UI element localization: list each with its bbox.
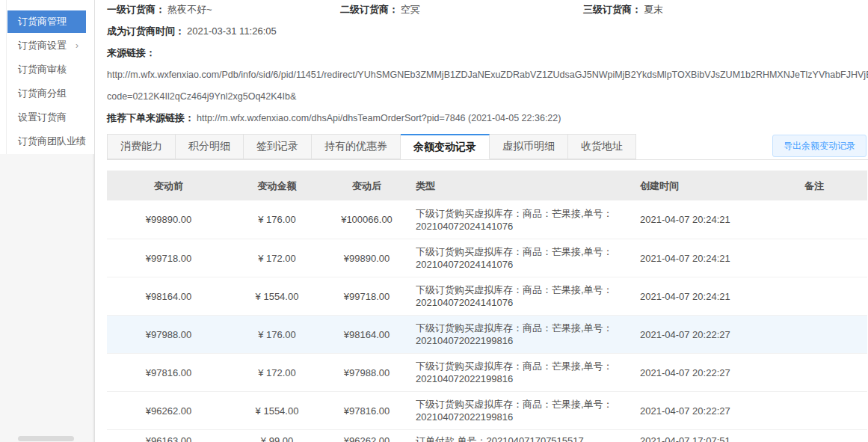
sidebar-item-0[interactable]: 订货商管理 xyxy=(7,10,86,33)
tab-bar: 消费能力积分明细签到记录持有的优惠券余额变动记录虚拟币明细收货地址 导出余额变动… xyxy=(107,135,868,160)
source-link-label: 来源链接： xyxy=(107,47,156,58)
level2-distributor: 二级订货商：空冥 xyxy=(340,4,583,15)
table-cell xyxy=(798,408,867,414)
recommend-order-link-row: 推荐下单来源链接：http://m.wfx.wxfenxiao.com/dhsA… xyxy=(107,113,868,123)
level3-distributor-value: 夏末 xyxy=(644,4,663,15)
table-cell: 下级订货购买虚拟库存：商品：芒果接,单号：202104072024141076 xyxy=(410,242,634,274)
app-window: 订货商管理订货商设置›订货商审核订货商分组设置订货商订货商团队业绩 一级订货商：… xyxy=(0,0,868,442)
recommend-link-value: http://m.wfx.wxfenxiao.com/dhsApi/dhsTea… xyxy=(197,113,561,123)
sidebar-item-1[interactable]: 订货商设置› xyxy=(7,34,86,57)
level3-distributor: 三级订货商：夏末 xyxy=(583,4,663,15)
sidebar-item-label: 订货商分组 xyxy=(18,88,67,99)
table-cell: 下级订货购买虚拟库存：商品：芒果接,单号：202104072024141076 xyxy=(410,280,634,312)
table-header-row: 变动前变动金额变动后类型创建时间备注 xyxy=(107,171,867,200)
table-cell: ¥ 1554.00 xyxy=(230,287,324,306)
sidebar-item-4[interactable]: 设置订货商 xyxy=(7,106,86,129)
sidebar-item-label: 设置订货商 xyxy=(18,111,67,123)
level3-distributor-label: 三级订货商： xyxy=(583,4,641,15)
table-cell: ¥97816.00 xyxy=(107,363,230,382)
column-header: 变动金额 xyxy=(230,177,324,195)
sidebar-item-label: 订货商审核 xyxy=(18,64,67,75)
table-cell xyxy=(798,369,867,375)
table-cell: 订单付款,单号：202104071707515517 xyxy=(410,430,634,442)
table-row-0: ¥99890.00¥ 176.00¥100066.00下级订货购买虚拟库存：商品… xyxy=(107,200,867,239)
table-cell: ¥99890.00 xyxy=(324,249,410,268)
table-row-2: ¥98164.00¥ 1554.00¥99718.00下级订货购买虚拟库存：商品… xyxy=(107,277,867,315)
table-cell: ¥100066.00 xyxy=(324,210,410,229)
level1-distributor-value: 熬夜不好~ xyxy=(167,4,212,15)
level2-distributor-value: 空冥 xyxy=(401,4,420,15)
table-cell: ¥ 176.00 xyxy=(230,325,324,344)
table-cell xyxy=(798,217,867,223)
tab-1[interactable]: 积分明细 xyxy=(176,134,244,159)
become-distributor-time-row: 成为订货商时间：2021-03-31 11:26:05 xyxy=(107,26,868,37)
export-balance-records-button[interactable]: 导出余额变动记录 xyxy=(772,135,867,157)
source-link-row: 来源链接： xyxy=(107,48,868,58)
become-time-label: 成为订货商时间： xyxy=(107,25,185,37)
tab-5[interactable]: 虚拟币明细 xyxy=(490,134,568,159)
balance-change-table: 变动前变动金额变动后类型创建时间备注 ¥99890.00¥ 176.00¥100… xyxy=(107,171,867,442)
sidebar-item-5[interactable]: 订货商团队业绩 xyxy=(7,130,86,153)
table-cell xyxy=(798,430,867,438)
table-body: ¥99890.00¥ 176.00¥100066.00下级订货购买虚拟库存：商品… xyxy=(107,200,867,442)
sidebar-lower-panel xyxy=(0,154,94,442)
table-cell: 2021-04-07 20:22:27 xyxy=(634,325,798,344)
main-content: 一级订货商：熬夜不好~ 二级订货商：空冥 三级订货商：夏末 成为订货商时间：20… xyxy=(95,0,868,442)
table-cell: ¥ 1554.00 xyxy=(230,402,324,420)
table-cell: 下级订货购买虚拟库存：商品：芒果接,单号：202104072022199816 xyxy=(410,319,634,350)
tab-label: 签到记录 xyxy=(256,140,298,153)
tab-label: 虚拟币明细 xyxy=(502,140,555,153)
table-cell: 下级订货购买虚拟库存：商品：芒果接,单号：202104072022199816 xyxy=(410,395,634,426)
tab-label: 积分明细 xyxy=(188,140,230,153)
table-cell: 2021-04-07 20:24:21 xyxy=(634,287,798,306)
horizontal-scrollbar-thumb[interactable] xyxy=(18,436,74,441)
table-cell: ¥98164.00 xyxy=(107,287,230,306)
table-cell: ¥97988.00 xyxy=(107,325,230,344)
table-row-5: ¥96262.00¥ 1554.00¥97816.00下级订货购买虚拟库存：商品… xyxy=(107,391,867,429)
table-cell: ¥96262.00 xyxy=(107,402,230,420)
table-cell: ¥97988.00 xyxy=(324,363,410,382)
tab-2[interactable]: 签到记录 xyxy=(244,134,312,159)
tab-label: 持有的优惠券 xyxy=(324,140,387,153)
become-time-value: 2021-03-31 11:26:05 xyxy=(187,25,277,37)
sidebar-item-label: 订货商设置 xyxy=(18,40,67,51)
table-cell: 2021-04-07 17:07:51 xyxy=(634,430,798,442)
table-cell xyxy=(798,293,867,299)
table-cell: ¥ 172.00 xyxy=(230,249,324,268)
tab-label: 余额变动记录 xyxy=(413,141,476,154)
level1-distributor-label: 一级订货商： xyxy=(107,4,165,15)
table-cell: ¥97816.00 xyxy=(324,402,410,420)
table-cell: ¥96163.00 xyxy=(107,430,230,442)
tabs: 消费能力积分明细签到记录持有的优惠券余额变动记录虚拟币明细收货地址 xyxy=(107,134,636,159)
table-cell: ¥99718.00 xyxy=(324,287,410,306)
tab-0[interactable]: 消费能力 xyxy=(107,134,176,159)
table-cell: 2021-04-07 20:24:21 xyxy=(634,210,798,229)
sidebar-item-3[interactable]: 订货商分组 xyxy=(7,82,86,105)
table-cell xyxy=(798,255,867,261)
tab-3[interactable]: 持有的优惠券 xyxy=(312,134,401,159)
column-header: 创建时间 xyxy=(634,177,798,195)
column-header: 变动前 xyxy=(107,177,230,195)
column-header: 类型 xyxy=(410,177,634,195)
table-cell: ¥99718.00 xyxy=(107,249,230,268)
table-cell: 下级订货购买虚拟库存：商品：芒果接,单号：202104072022199816 xyxy=(410,357,634,388)
tab-4[interactable]: 余额变动记录 xyxy=(401,134,490,159)
tab-6[interactable]: 收货地址 xyxy=(568,134,636,159)
distributor-levels-row: 一级订货商：熬夜不好~ 二级订货商：空冥 三级订货商：夏末 xyxy=(107,4,868,15)
source-url-line2: code=0212K4Il2qCz464j9Ynl2xg5Oq42K4Ib& xyxy=(107,91,868,102)
tab-label: 消费能力 xyxy=(120,140,162,153)
sidebar-menu: 订货商管理订货商设置›订货商审核订货商分组设置订货商订货商团队业绩 xyxy=(7,0,87,153)
sidebar-item-2[interactable]: 订货商审核 xyxy=(7,58,86,81)
table-cell: ¥ 176.00 xyxy=(230,210,324,229)
table-cell: 下级订货购买虚拟库存：商品：芒果接,单号：202104072024141076 xyxy=(410,204,634,236)
recommend-link-label: 推荐下单来源链接： xyxy=(107,112,194,123)
table-row-3: ¥97988.00¥ 176.00¥98164.00下级订货购买虚拟库存：商品：… xyxy=(107,315,867,353)
table-cell: ¥98164.00 xyxy=(324,325,410,344)
table-row-6: ¥96163.00¥ 99.00¥96262.00订单付款,单号：2021040… xyxy=(107,429,867,442)
table-cell: ¥99890.00 xyxy=(107,210,230,229)
table-cell: ¥96262.00 xyxy=(324,430,410,442)
tab-label: 收货地址 xyxy=(581,140,623,153)
sidebar-item-label: 订货商管理 xyxy=(18,16,67,27)
sidebar: 订货商管理订货商设置›订货商审核订货商分组设置订货商订货商团队业绩 xyxy=(0,0,95,442)
source-url-line1: http://m.wfx.wxfenxiao.com/Pdb/info/sid/… xyxy=(107,70,868,80)
